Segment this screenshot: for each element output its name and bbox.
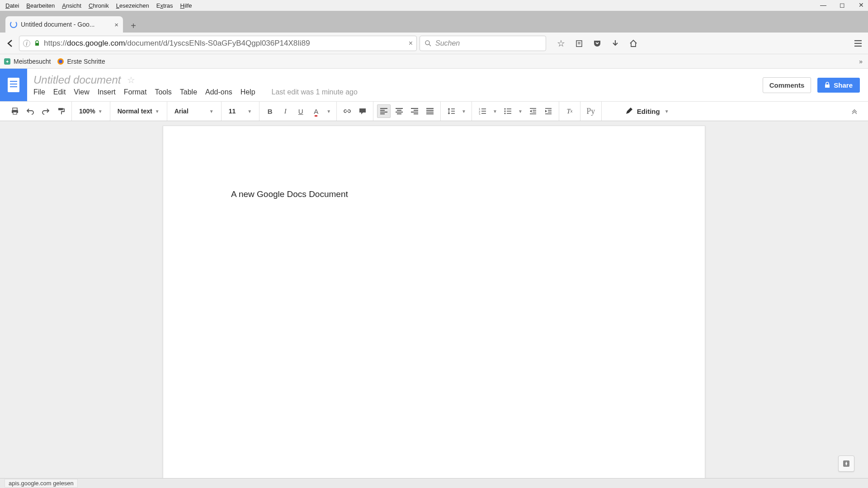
italic-button[interactable]: I	[278, 104, 292, 118]
docs-menu-edit[interactable]: Edit	[53, 88, 66, 96]
share-label: Share	[834, 81, 853, 89]
paint-format-icon[interactable]	[54, 104, 68, 118]
collapse-toolbar-icon[interactable]	[845, 108, 863, 114]
document-page[interactable]: A new Google Docs Document	[163, 126, 705, 478]
align-center-button[interactable]	[392, 104, 406, 118]
docs-logo-icon	[8, 78, 19, 92]
spacing-caret[interactable]: ▼	[460, 104, 468, 118]
bulleted-list-button[interactable]	[501, 104, 514, 118]
input-tools-button[interactable]: Py	[584, 104, 598, 118]
explore-button[interactable]	[838, 455, 854, 472]
menu-view[interactable]: Ansicht	[58, 1, 85, 10]
svg-rect-13	[825, 84, 830, 88]
menu-bookmarks[interactable]: Lesezeichen	[113, 1, 153, 10]
undo-icon[interactable]	[24, 104, 37, 118]
bullist-caret[interactable]: ▼	[516, 104, 524, 118]
menu-extras[interactable]: Extras	[153, 1, 177, 10]
pocket-icon[interactable]	[592, 38, 602, 48]
docs-logo[interactable]	[0, 69, 27, 101]
docs-menu-file[interactable]: File	[33, 88, 45, 96]
docs-toolbar: 100%▼ Normal text▼ Arial▼ 11▼ B I U A ▼ …	[0, 101, 868, 121]
fontsize-dropdown[interactable]: 11▼	[225, 104, 255, 118]
minimize-icon[interactable]: —	[819, 1, 827, 9]
home-icon[interactable]	[628, 38, 638, 48]
downloads-icon[interactable]	[610, 38, 620, 48]
print-icon[interactable]	[8, 104, 22, 118]
star-icon[interactable]: ☆	[127, 75, 135, 85]
link-icon[interactable]	[340, 104, 354, 118]
close-icon[interactable]: ✕	[857, 1, 865, 9]
text-color-button[interactable]: A	[309, 104, 323, 118]
lock-icon	[825, 82, 830, 88]
search-placeholder: Suchen	[435, 39, 460, 47]
status-bar: apis.google.com gelesen	[0, 478, 868, 488]
share-button[interactable]: Share	[817, 78, 860, 93]
docs-menu-table[interactable]: Table	[180, 88, 197, 96]
document-title[interactable]: Untitled document	[33, 74, 121, 86]
numbered-list-button[interactable]: 123	[476, 104, 489, 118]
indent-increase-button[interactable]	[542, 104, 555, 118]
docs-menu-tools[interactable]: Tools	[155, 88, 171, 96]
align-justify-button[interactable]	[423, 104, 437, 118]
svg-rect-18	[359, 108, 366, 113]
color-caret[interactable]: ▼	[325, 104, 333, 118]
url-bar[interactable]: i https://docs.google.com/document/d/1ys…	[19, 36, 417, 51]
lock-icon	[34, 40, 40, 47]
editing-mode-dropdown[interactable]: Editing ▼	[619, 108, 675, 115]
reading-list-icon[interactable]	[574, 38, 584, 48]
tab-close-icon[interactable]: ×	[114, 21, 118, 28]
menu-edit[interactable]: Bearbeiten	[23, 1, 58, 10]
font-dropdown[interactable]: Arial▼	[171, 104, 217, 118]
new-tab-button[interactable]: +	[127, 19, 140, 33]
line-spacing-button[interactable]	[444, 104, 458, 118]
hamburger-menu-icon[interactable]	[854, 39, 863, 47]
back-button[interactable]	[5, 38, 16, 49]
bold-button[interactable]: B	[263, 104, 277, 118]
svg-text:3: 3	[479, 113, 481, 115]
bookmarks-overflow-icon[interactable]: »	[859, 58, 863, 65]
search-icon	[425, 40, 432, 47]
zoom-dropdown[interactable]: 100%▼	[75, 104, 106, 118]
underline-button[interactable]: U	[294, 104, 307, 118]
firefox-icon	[57, 58, 64, 65]
bookmarks-bar: ✦ Meistbesucht Erste Schritte »	[0, 54, 868, 69]
clear-formatting-button[interactable]: Tx	[563, 104, 576, 118]
docs-header: Untitled document ☆ File Edit View Inser…	[0, 69, 868, 101]
document-canvas[interactable]: A new Google Docs Document	[0, 121, 868, 478]
toolbar-icons: ☆	[556, 38, 638, 48]
bookmark-first-steps[interactable]: Erste Schritte	[57, 58, 105, 65]
menu-help[interactable]: Hilfe	[177, 1, 196, 10]
comment-icon[interactable]	[356, 104, 369, 118]
redo-icon[interactable]	[39, 104, 52, 118]
menu-history[interactable]: Chronik	[85, 1, 113, 10]
url-clear-icon[interactable]: ×	[409, 39, 413, 47]
svg-point-30	[504, 113, 505, 114]
tab-strip: Untitled document - Goo... × +	[0, 11, 868, 33]
svg-point-12	[59, 60, 62, 63]
info-icon[interactable]: i	[23, 40, 30, 47]
docs-menu-insert[interactable]: Insert	[98, 88, 116, 96]
menu-file[interactable]: Datei	[2, 1, 23, 10]
globe-icon: ✦	[4, 58, 11, 65]
loading-spinner-icon	[10, 21, 17, 28]
svg-text:✦: ✦	[5, 59, 9, 64]
comments-button[interactable]: Comments	[763, 77, 811, 93]
align-left-button[interactable]	[377, 104, 391, 118]
align-right-button[interactable]	[408, 104, 421, 118]
style-dropdown[interactable]: Normal text▼	[114, 104, 163, 118]
document-body-text[interactable]: A new Google Docs Document	[231, 189, 637, 199]
docs-menu-addons[interactable]: Add-ons	[205, 88, 232, 96]
search-box[interactable]: Suchen	[420, 36, 546, 51]
bookmark-star-icon[interactable]: ☆	[556, 38, 566, 48]
svg-line-2	[429, 44, 431, 46]
numlist-caret[interactable]: ▼	[491, 104, 499, 118]
docs-menu-format[interactable]: Format	[124, 88, 147, 96]
docs-menu-help[interactable]: Help	[241, 88, 255, 96]
docs-menu-view[interactable]: View	[74, 88, 89, 96]
maximize-icon[interactable]: ◻	[838, 1, 846, 9]
svg-point-29	[504, 110, 505, 112]
window-controls: — ◻ ✕	[819, 1, 865, 9]
indent-decrease-button[interactable]	[526, 104, 540, 118]
browser-tab[interactable]: Untitled document - Goo... ×	[5, 16, 123, 33]
bookmark-most-visited[interactable]: ✦ Meistbesucht	[4, 58, 51, 65]
